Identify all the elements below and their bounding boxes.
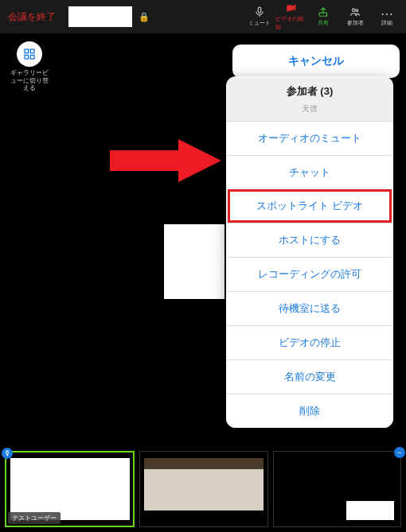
video-off-icon	[284, 2, 299, 14]
action-stop-video[interactable]: ビデオの停止	[226, 325, 393, 359]
action-chat[interactable]: チャット	[226, 155, 393, 189]
participant-thumb-3[interactable]: –	[273, 451, 401, 527]
svg-marker-10	[110, 139, 221, 182]
action-make-host[interactable]: ホストにする	[226, 223, 393, 257]
thumb-video-1	[10, 458, 130, 519]
action-allow-record[interactable]: レコーディングの許可	[226, 257, 393, 291]
action-waiting-room[interactable]: 待機室に送る	[226, 291, 393, 325]
minimize-badge-icon: –	[394, 447, 405, 458]
thumb-video-2	[144, 458, 264, 521]
meeting-title-placeholder	[68, 6, 132, 27]
svg-point-4	[353, 9, 356, 11]
svg-rect-8	[25, 55, 29, 59]
top-toolbar: 会議を終了 🔒 ミュート ビデオの開始 共有 参加者 ⋯ 詳細	[0, 0, 406, 33]
annotation-arrow	[110, 139, 221, 182]
video-label: ビデオの開始	[275, 15, 307, 31]
svg-rect-9	[30, 55, 34, 59]
gallery-toggle-label: ギャラリービューに切り替える	[8, 69, 51, 92]
svg-rect-0	[258, 7, 261, 13]
action-mute-audio[interactable]: オーディオのミュート	[226, 121, 393, 155]
mute-button[interactable]: ミュート	[244, 0, 275, 33]
video-placeholder	[164, 224, 224, 299]
thumb-name-1: テストユーザー	[8, 512, 61, 524]
action-remove[interactable]: 削除	[226, 394, 393, 428]
action-rename[interactable]: 名前の変更	[226, 359, 393, 394]
more-icon: ⋯	[380, 6, 394, 17]
svg-rect-6	[25, 49, 29, 53]
mute-label: ミュート	[248, 19, 271, 27]
leave-meeting-button[interactable]: 会議を終了	[0, 10, 64, 24]
action-spotlight-video[interactable]: スポットライト ビデオ	[228, 189, 392, 223]
participant-action-sheet: 参加者 (3) 天啓 オーディオのミュート チャット スポットライト ビデオ ホ…	[232, 38, 400, 84]
sheet-subtitle: 天啓	[226, 103, 393, 121]
action-sheet-body: 参加者 (3) 天啓 オーディオのミュート チャット スポットライト ビデオ ホ…	[226, 76, 393, 428]
video-filmstrip: 🎙 テストユーザー –	[5, 451, 401, 527]
audio-badge-icon: 🎙	[2, 448, 13, 459]
toolbar-right: ミュート ビデオの開始 共有 参加者 ⋯ 詳細	[244, 0, 403, 33]
gallery-view-toggle[interactable]: ギャラリービューに切り替える	[8, 41, 51, 92]
svg-rect-3	[319, 13, 326, 16]
start-video-button[interactable]: ビデオの開始	[275, 0, 307, 33]
share-icon	[316, 6, 330, 17]
share-label: 共有	[318, 19, 329, 27]
participant-thumb-1[interactable]: 🎙 テストユーザー	[5, 451, 135, 527]
sheet-cancel-button[interactable]: キャンセル	[232, 45, 400, 78]
mic-icon	[252, 6, 267, 17]
participants-icon	[348, 6, 362, 17]
participants-button[interactable]: 参加者	[339, 0, 371, 33]
participants-label: 参加者	[347, 19, 364, 27]
lock-icon: 🔒	[139, 12, 150, 22]
sheet-title: 参加者 (3)	[226, 76, 393, 103]
more-label: 詳細	[381, 19, 392, 27]
grid-icon	[17, 41, 42, 67]
svg-point-5	[356, 10, 358, 12]
svg-rect-7	[30, 49, 34, 53]
participant-thumb-2[interactable]	[139, 451, 267, 527]
more-button[interactable]: ⋯ 詳細	[371, 0, 403, 33]
share-button[interactable]: 共有	[307, 0, 339, 33]
thumb-overlay-3	[346, 501, 394, 520]
